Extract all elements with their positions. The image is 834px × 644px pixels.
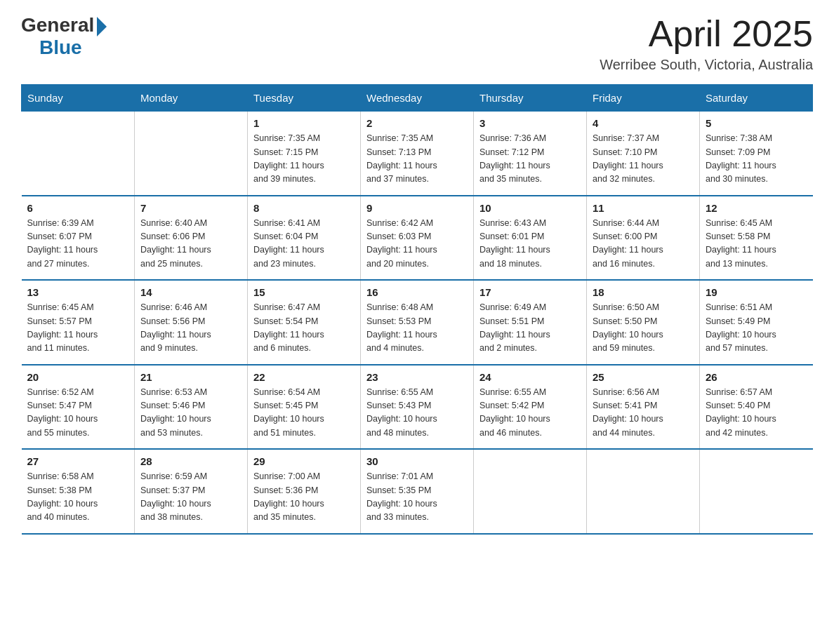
header-friday: Friday <box>587 85 700 112</box>
calendar-cell <box>22 112 135 196</box>
calendar-cell: 23Sunrise: 6:55 AM Sunset: 5:43 PM Dayli… <box>361 365 474 450</box>
day-info: Sunrise: 6:55 AM Sunset: 5:43 PM Dayligh… <box>366 386 468 441</box>
calendar-cell: 7Sunrise: 6:40 AM Sunset: 6:06 PM Daylig… <box>135 196 248 281</box>
logo-arrow-icon <box>97 17 107 36</box>
header-monday: Monday <box>135 85 248 112</box>
day-number: 25 <box>593 371 694 383</box>
logo: General Blue <box>21 14 107 59</box>
day-number: 7 <box>140 202 241 214</box>
day-info: Sunrise: 6:41 AM Sunset: 6:04 PM Dayligh… <box>253 217 355 271</box>
calendar-cell <box>587 449 700 534</box>
day-number: 9 <box>366 202 468 214</box>
day-number: 23 <box>366 371 468 383</box>
calendar-cell: 5Sunrise: 7:38 AM Sunset: 7:09 PM Daylig… <box>700 112 813 196</box>
day-number: 2 <box>366 117 468 129</box>
month-title: April 2025 <box>600 14 813 54</box>
calendar-cell <box>135 112 248 196</box>
day-number: 5 <box>706 117 807 129</box>
day-number: 14 <box>140 286 241 298</box>
header-tuesday: Tuesday <box>248 85 361 112</box>
header-wednesday: Wednesday <box>361 85 474 112</box>
calendar-cell: 20Sunrise: 6:52 AM Sunset: 5:47 PM Dayli… <box>22 365 135 450</box>
day-number: 11 <box>593 202 694 214</box>
page-header: General Blue April 2025 Werribee South, … <box>21 14 813 73</box>
day-number: 29 <box>253 455 355 467</box>
calendar-table: SundayMondayTuesdayWednesdayThursdayFrid… <box>21 84 813 535</box>
calendar-week-4: 20Sunrise: 6:52 AM Sunset: 5:47 PM Dayli… <box>22 365 813 450</box>
logo-general-text: General <box>21 14 94 36</box>
calendar-cell: 29Sunrise: 7:00 AM Sunset: 5:36 PM Dayli… <box>248 449 361 534</box>
day-info: Sunrise: 7:37 AM Sunset: 7:10 PM Dayligh… <box>593 132 694 187</box>
day-number: 19 <box>706 286 807 298</box>
day-info: Sunrise: 6:45 AM Sunset: 5:57 PM Dayligh… <box>27 301 129 356</box>
day-number: 4 <box>593 117 694 129</box>
day-info: Sunrise: 7:35 AM Sunset: 7:15 PM Dayligh… <box>253 132 355 187</box>
day-info: Sunrise: 7:38 AM Sunset: 7:09 PM Dayligh… <box>706 132 807 187</box>
day-info: Sunrise: 6:54 AM Sunset: 5:45 PM Dayligh… <box>253 386 355 441</box>
day-info: Sunrise: 6:39 AM Sunset: 6:07 PM Dayligh… <box>27 217 129 271</box>
calendar-cell: 6Sunrise: 6:39 AM Sunset: 6:07 PM Daylig… <box>22 196 135 281</box>
calendar-cell: 18Sunrise: 6:50 AM Sunset: 5:50 PM Dayli… <box>587 280 700 365</box>
day-info: Sunrise: 6:56 AM Sunset: 5:41 PM Dayligh… <box>593 386 694 441</box>
calendar-cell: 19Sunrise: 6:51 AM Sunset: 5:49 PM Dayli… <box>700 280 813 365</box>
day-info: Sunrise: 6:45 AM Sunset: 5:58 PM Dayligh… <box>706 217 807 271</box>
day-number: 24 <box>479 371 581 383</box>
calendar-cell: 17Sunrise: 6:49 AM Sunset: 5:51 PM Dayli… <box>474 280 587 365</box>
day-info: Sunrise: 6:50 AM Sunset: 5:50 PM Dayligh… <box>593 301 694 356</box>
day-info: Sunrise: 6:48 AM Sunset: 5:53 PM Dayligh… <box>366 301 468 356</box>
day-info: Sunrise: 7:35 AM Sunset: 7:13 PM Dayligh… <box>366 132 468 187</box>
calendar-cell: 2Sunrise: 7:35 AM Sunset: 7:13 PM Daylig… <box>361 112 474 196</box>
day-number: 27 <box>27 455 129 467</box>
calendar-cell: 26Sunrise: 6:57 AM Sunset: 5:40 PM Dayli… <box>700 365 813 450</box>
day-number: 6 <box>27 202 129 214</box>
day-number: 22 <box>253 371 355 383</box>
title-block: April 2025 Werribee South, Victoria, Aus… <box>600 14 813 73</box>
calendar-cell: 14Sunrise: 6:46 AM Sunset: 5:56 PM Dayli… <box>135 280 248 365</box>
day-number: 18 <box>593 286 694 298</box>
day-info: Sunrise: 6:44 AM Sunset: 6:00 PM Dayligh… <box>593 217 694 271</box>
header-thursday: Thursday <box>474 85 587 112</box>
calendar-week-2: 6Sunrise: 6:39 AM Sunset: 6:07 PM Daylig… <box>22 196 813 281</box>
calendar-cell: 8Sunrise: 6:41 AM Sunset: 6:04 PM Daylig… <box>248 196 361 281</box>
calendar-cell: 9Sunrise: 6:42 AM Sunset: 6:03 PM Daylig… <box>361 196 474 281</box>
header-saturday: Saturday <box>700 85 813 112</box>
day-info: Sunrise: 6:52 AM Sunset: 5:47 PM Dayligh… <box>27 386 129 441</box>
day-info: Sunrise: 6:43 AM Sunset: 6:01 PM Dayligh… <box>479 217 581 271</box>
calendar-cell: 3Sunrise: 7:36 AM Sunset: 7:12 PM Daylig… <box>474 112 587 196</box>
day-info: Sunrise: 6:53 AM Sunset: 5:46 PM Dayligh… <box>140 386 241 441</box>
calendar-cell: 4Sunrise: 7:37 AM Sunset: 7:10 PM Daylig… <box>587 112 700 196</box>
calendar-cell: 1Sunrise: 7:35 AM Sunset: 7:15 PM Daylig… <box>248 112 361 196</box>
day-info: Sunrise: 6:58 AM Sunset: 5:38 PM Dayligh… <box>27 470 129 525</box>
day-info: Sunrise: 6:42 AM Sunset: 6:03 PM Dayligh… <box>366 217 468 271</box>
day-number: 13 <box>27 286 129 298</box>
day-info: Sunrise: 7:00 AM Sunset: 5:36 PM Dayligh… <box>253 470 355 525</box>
logo-blue-text: Blue <box>39 36 82 59</box>
calendar-cell: 24Sunrise: 6:55 AM Sunset: 5:42 PM Dayli… <box>474 365 587 450</box>
calendar-cell <box>474 449 587 534</box>
day-info: Sunrise: 6:55 AM Sunset: 5:42 PM Dayligh… <box>479 386 581 441</box>
day-info: Sunrise: 6:51 AM Sunset: 5:49 PM Dayligh… <box>706 301 807 356</box>
calendar-cell: 30Sunrise: 7:01 AM Sunset: 5:35 PM Dayli… <box>361 449 474 534</box>
calendar-cell: 12Sunrise: 6:45 AM Sunset: 5:58 PM Dayli… <box>700 196 813 281</box>
day-info: Sunrise: 7:01 AM Sunset: 5:35 PM Dayligh… <box>366 470 468 525</box>
header-sunday: Sunday <box>22 85 135 112</box>
calendar-cell: 21Sunrise: 6:53 AM Sunset: 5:46 PM Dayli… <box>135 365 248 450</box>
calendar-cell: 15Sunrise: 6:47 AM Sunset: 5:54 PM Dayli… <box>248 280 361 365</box>
calendar-cell: 22Sunrise: 6:54 AM Sunset: 5:45 PM Dayli… <box>248 365 361 450</box>
calendar-cell: 27Sunrise: 6:58 AM Sunset: 5:38 PM Dayli… <box>22 449 135 534</box>
calendar-cell: 11Sunrise: 6:44 AM Sunset: 6:00 PM Dayli… <box>587 196 700 281</box>
day-number: 12 <box>706 202 807 214</box>
day-info: Sunrise: 6:40 AM Sunset: 6:06 PM Dayligh… <box>140 217 241 271</box>
day-number: 17 <box>479 286 581 298</box>
day-number: 20 <box>27 371 129 383</box>
calendar-week-5: 27Sunrise: 6:58 AM Sunset: 5:38 PM Dayli… <box>22 449 813 534</box>
day-number: 26 <box>706 371 807 383</box>
day-info: Sunrise: 6:59 AM Sunset: 5:37 PM Dayligh… <box>140 470 241 525</box>
calendar-cell: 13Sunrise: 6:45 AM Sunset: 5:57 PM Dayli… <box>22 280 135 365</box>
day-info: Sunrise: 6:47 AM Sunset: 5:54 PM Dayligh… <box>253 301 355 356</box>
day-info: Sunrise: 6:49 AM Sunset: 5:51 PM Dayligh… <box>479 301 581 356</box>
calendar-header-row: SundayMondayTuesdayWednesdayThursdayFrid… <box>22 85 813 112</box>
day-info: Sunrise: 6:46 AM Sunset: 5:56 PM Dayligh… <box>140 301 241 356</box>
day-number: 3 <box>479 117 581 129</box>
day-info: Sunrise: 7:36 AM Sunset: 7:12 PM Dayligh… <box>479 132 581 187</box>
